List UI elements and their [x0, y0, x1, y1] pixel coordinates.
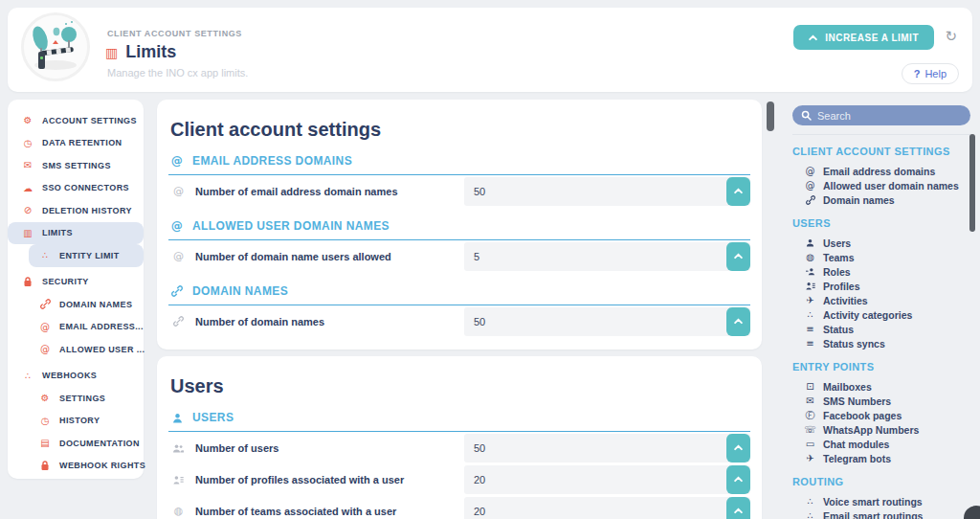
sidebar-item-documentation[interactable]: ▤ DOCUMENTATION [8, 432, 144, 455]
sidebar-item-webhooks[interactable]: ∴ WEBHOOKS [8, 365, 144, 388]
quicklink-whatsapp-numbers[interactable]: ☏ WhatsApp Numbers [792, 422, 980, 437]
limit-label: Number of domain name users allowed [195, 251, 391, 262]
quick-nav-panel: CLIENT ACCOUNT SETTINGS @ Email address … [785, 100, 980, 519]
quicklink-users[interactable]: Users [792, 236, 980, 250]
sidebar-item-deletion-history[interactable]: ⊘ DELETION HISTORY [8, 199, 144, 222]
limit-row: @ Number of email address domain names 5… [168, 175, 750, 207]
quicklink-email-address-domains[interactable]: @ Email address domains [792, 164, 980, 178]
at-icon: @ [170, 154, 184, 168]
profile-icon [171, 475, 186, 485]
main-scrollbar[interactable] [767, 100, 774, 519]
increase-limit-label: INCREASE A LIMIT [825, 33, 919, 43]
sidebar-item-domain-names[interactable]: DOMAIN NAMES [8, 293, 144, 316]
quicklink-activities[interactable]: ✈ Activities [792, 293, 980, 307]
at-icon: @ [171, 250, 186, 262]
link-icon [804, 195, 816, 205]
limit-value-field[interactable]: 20 [464, 465, 750, 494]
section-email-address-domains: @ EMAIL ADDRESS DOMAINS @ Number of emai… [168, 152, 750, 207]
fence-icon: ▥ [105, 45, 118, 60]
sidebar-item-webhook-history[interactable]: ◷ HISTORY [8, 410, 144, 433]
user-icon [804, 238, 816, 247]
sidebar-item-account-settings[interactable]: ⚙ ACCOUNT SETTINGS [8, 109, 144, 132]
sidebar-item-allowed-user[interactable]: @ ALLOWED USER ... [8, 338, 144, 361]
at-plus-icon: @ [170, 219, 184, 233]
webhook-icon: ∴ [21, 371, 34, 381]
link-icon [170, 285, 184, 297]
increase-limit-button[interactable]: INCREASE A LIMIT [793, 25, 934, 50]
main-scrollbar-thumb[interactable] [767, 102, 774, 131]
lock-icon [21, 277, 34, 287]
quicklink-facebook-pages[interactable]: Ⓕ Facebook pages [792, 408, 980, 422]
quicklink-allowed-user-domain-names[interactable]: @ Allowed user domain names [792, 178, 980, 192]
quicklink-status-syncs[interactable]: ≡ Status syncs [792, 336, 980, 350]
limit-value-field[interactable]: 50 [464, 177, 750, 206]
quicklink-sms-numbers[interactable]: ✉ SMS Numbers [792, 394, 980, 408]
quicklink-email-smart-routings[interactable]: ∴ Email smart routings [792, 508, 980, 519]
divider [792, 134, 970, 135]
increase-stepper-button[interactable] [726, 177, 750, 206]
document-icon: ▤ [38, 438, 52, 448]
quicklink-status[interactable]: ≡ Status [792, 322, 980, 336]
list-sync-icon: ≡ [804, 338, 816, 349]
increase-stepper-button[interactable] [726, 497, 750, 519]
limit-label: Number of profiles associated with a use… [195, 474, 404, 485]
limit-value-field[interactable]: 50 [464, 307, 750, 336]
quicklink-domain-names[interactable]: Domain names [792, 192, 980, 207]
breadcrumb: CLIENT ACCOUNT SETTINGS [107, 29, 242, 38]
panel-scrollbar-thumb[interactable] [969, 134, 975, 232]
quicklink-chat-modules[interactable]: ▭ Chat modules [792, 437, 980, 451]
main-content: Client account settings @ EMAIL ADDRESS … [157, 100, 762, 519]
limit-value-field[interactable]: 20 [464, 497, 750, 519]
routing-icon: ∴ [804, 496, 816, 507]
sidebar-item-entity-limit[interactable]: ∴ ENTITY LIMIT [29, 244, 144, 267]
limit-value-field[interactable]: 5 [464, 242, 750, 271]
routing-icon: ∴ [804, 510, 816, 519]
sidebar-item-data-retention[interactable]: ◷ DATA RETENTION [8, 132, 144, 155]
help-button[interactable]: ? Help [902, 63, 959, 84]
cloud-icon: ☁ [21, 183, 34, 193]
facebook-icon: Ⓕ [804, 409, 816, 422]
section-users: USERS Number of users 50 [168, 409, 750, 519]
increase-stepper-button[interactable] [726, 434, 750, 463]
limit-row: ◍ Number of teams associated with a user… [168, 495, 750, 519]
sidebar-item-email-address[interactable]: @ EMAIL ADDRESS... [8, 316, 144, 339]
quicklink-teams[interactable]: ◍ Teams [792, 250, 980, 264]
quicklink-activity-categories[interactable]: ∴ Activity categories [792, 307, 980, 322]
category-icon: ∴ [804, 309, 816, 320]
section-domain-names: DOMAIN NAMES Number of domain names 50 [168, 282, 750, 337]
sidebar-item-webhook-rights[interactable]: WEBHOOK RIGHTS [8, 455, 144, 478]
increase-stepper-button[interactable] [726, 465, 750, 494]
limits-illustration [21, 12, 90, 81]
search-icon [801, 110, 812, 121]
group-title-users: USERS [792, 217, 980, 229]
quicklink-mailboxes[interactable]: ⊡ Mailboxes [792, 379, 980, 394]
link-icon [38, 299, 52, 309]
sidebar-item-sso-connectors[interactable]: ☁ SSO CONNECTORS [8, 177, 144, 200]
sidebar-item-webhook-settings[interactable]: ⚙ SETTINGS [8, 387, 144, 410]
gear-icon: ⚙ [21, 115, 34, 125]
search-box[interactable] [792, 105, 970, 125]
group-title-client-account-settings: CLIENT ACCOUNT SETTINGS [792, 146, 980, 157]
telegram-icon: ✈ [804, 453, 816, 463]
sidebar-item-sms-settings[interactable]: ✉ SMS SETTINGS [8, 154, 144, 177]
limit-value-field[interactable]: 50 [464, 434, 750, 463]
clock-icon: ◷ [21, 138, 34, 148]
sidebar-item-limits[interactable]: ▥ LIMITS [8, 222, 144, 245]
limit-row: Number of domain names 50 [168, 305, 750, 337]
increase-stepper-button[interactable] [726, 242, 750, 271]
refresh-icon[interactable]: ↻ [945, 28, 957, 45]
limit-label: Number of teams associated with a user [195, 506, 396, 517]
quicklink-profiles[interactable]: Profiles [792, 279, 980, 293]
increase-stepper-button[interactable] [726, 307, 750, 336]
sidebar-item-security[interactable]: SECURITY [8, 271, 144, 294]
quicklink-voice-smart-routings[interactable]: ∴ Voice smart routings [792, 494, 980, 508]
gear-icon: ⚙ [38, 393, 52, 403]
quicklink-roles[interactable]: Roles [792, 264, 980, 279]
search-input[interactable] [817, 110, 951, 122]
quicklink-telegram-bots[interactable]: ✈ Telegram bots [792, 451, 980, 465]
limit-label: Number of users [195, 442, 278, 454]
at-plus-icon: @ [38, 344, 52, 354]
section-title: USERS [192, 411, 234, 424]
client-account-settings-card: Client account settings @ EMAIL ADDRESS … [157, 100, 762, 350]
section-title: EMAIL ADDRESS DOMAINS [192, 154, 352, 168]
